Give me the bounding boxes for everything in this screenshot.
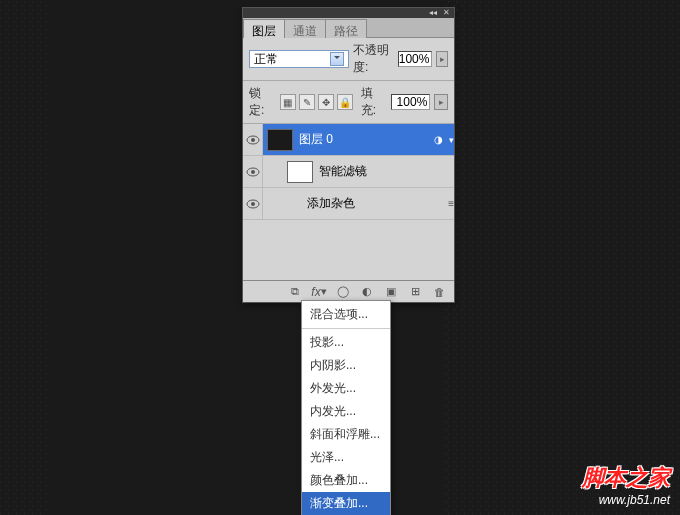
watermark: 脚本之家 www.jb51.net bbox=[582, 463, 670, 507]
layer-body[interactable]: 智能滤镜 bbox=[263, 156, 454, 187]
visibility-toggle[interactable] bbox=[243, 156, 263, 187]
lock-pixels-icon[interactable]: ✎ bbox=[299, 94, 315, 110]
blend-mode-value: 正常 bbox=[254, 51, 278, 68]
layer-style-fx-icon[interactable]: fx▾ bbox=[310, 284, 328, 300]
expand-icon[interactable]: ▾ bbox=[449, 135, 454, 145]
menu-item-outer-glow[interactable]: 外发光... bbox=[302, 377, 390, 400]
panel-close-icon[interactable]: ✕ bbox=[443, 9, 450, 17]
watermark-url: www.jb51.net bbox=[582, 493, 670, 507]
filter-mask-thumbnail[interactable] bbox=[287, 161, 313, 183]
new-group-icon[interactable]: ▣ bbox=[382, 284, 400, 300]
menu-item-color-overlay[interactable]: 颜色叠加... bbox=[302, 469, 390, 492]
delete-layer-icon[interactable]: 🗑 bbox=[430, 284, 448, 300]
menu-item-bevel-emboss[interactable]: 斜面和浮雕... bbox=[302, 423, 390, 446]
panel-collapse-icon[interactable]: ◂◂ bbox=[429, 9, 437, 17]
menu-item-blending-options[interactable]: 混合选项... bbox=[302, 303, 390, 326]
lock-all-icon[interactable]: 🔒 bbox=[337, 94, 353, 110]
svg-point-1 bbox=[251, 138, 255, 142]
menu-item-inner-glow[interactable]: 内发光... bbox=[302, 400, 390, 423]
visibility-toggle[interactable] bbox=[243, 124, 263, 155]
layer-name[interactable]: 添加杂色 bbox=[307, 195, 442, 212]
opacity-label: 不透明度: bbox=[353, 42, 394, 76]
layer-thumbnail[interactable] bbox=[267, 129, 293, 151]
chevron-down-icon bbox=[330, 52, 344, 66]
menu-item-satin[interactable]: 光泽... bbox=[302, 446, 390, 469]
watermark-title: 脚本之家 bbox=[582, 463, 670, 493]
lock-label: 锁定: bbox=[249, 85, 276, 119]
adjustment-layer-icon[interactable]: ◐ bbox=[358, 284, 376, 300]
layer-style-menu: 混合选项... 投影... 内阴影... 外发光... 内发光... 斜面和浮雕… bbox=[301, 300, 391, 515]
layer-mask-icon[interactable]: ◯ bbox=[334, 284, 352, 300]
menu-item-inner-shadow[interactable]: 内阴影... bbox=[302, 354, 390, 377]
lock-row: 锁定: ▦ ✎ ✥ 🔒 填充: 100% bbox=[243, 81, 454, 124]
menu-item-drop-shadow[interactable]: 投影... bbox=[302, 331, 390, 354]
fill-slider-button[interactable] bbox=[434, 94, 448, 110]
panel-titlebar[interactable]: ◂◂ ✕ bbox=[243, 8, 454, 18]
blend-mode-select[interactable]: 正常 bbox=[249, 50, 349, 68]
blend-row: 正常 不透明度: 100% bbox=[243, 38, 454, 81]
tab-paths[interactable]: 路径 bbox=[325, 19, 367, 38]
svg-point-5 bbox=[251, 202, 255, 206]
smart-object-icon: ◑ bbox=[434, 134, 443, 145]
lock-position-icon[interactable]: ✥ bbox=[318, 94, 334, 110]
layer-name[interactable]: 智能滤镜 bbox=[319, 163, 454, 180]
filter-edit-icon[interactable]: ≡ bbox=[448, 198, 454, 209]
menu-separator bbox=[302, 328, 390, 329]
opacity-slider-button[interactable] bbox=[436, 51, 448, 67]
layer-body[interactable]: 添加杂色 ≡ bbox=[263, 188, 454, 219]
menu-item-gradient-overlay[interactable]: 渐变叠加... bbox=[302, 492, 390, 515]
layer-row[interactable]: 添加杂色 ≡ bbox=[243, 188, 454, 220]
svg-point-3 bbox=[251, 170, 255, 174]
new-layer-icon[interactable]: ⊞ bbox=[406, 284, 424, 300]
layer-row[interactable]: 智能滤镜 bbox=[243, 156, 454, 188]
layer-body[interactable]: 图层 0 ◑ ▾ bbox=[263, 124, 454, 155]
panel-tabs: 图层 通道 路径 bbox=[243, 18, 454, 38]
fill-input[interactable]: 100% bbox=[391, 94, 430, 110]
tab-channels[interactable]: 通道 bbox=[284, 19, 326, 38]
link-layers-icon[interactable]: ⧉ bbox=[286, 284, 304, 300]
layers-list: 图层 0 ◑ ▾ 智能滤镜 添加杂色 ≡ bbox=[243, 124, 454, 294]
layer-row[interactable]: 图层 0 ◑ ▾ bbox=[243, 124, 454, 156]
panel-footer: ⧉ fx▾ ◯ ◐ ▣ ⊞ 🗑 bbox=[243, 280, 454, 302]
lock-icons: ▦ ✎ ✥ 🔒 bbox=[280, 94, 353, 110]
tab-layers[interactable]: 图层 bbox=[243, 19, 285, 38]
layers-panel: ◂◂ ✕ 图层 通道 路径 正常 不透明度: 100% 锁定: ▦ ✎ ✥ 🔒 … bbox=[242, 7, 455, 303]
fill-label: 填充: bbox=[361, 85, 388, 119]
layer-name[interactable]: 图层 0 bbox=[299, 131, 428, 148]
visibility-toggle[interactable] bbox=[243, 188, 263, 219]
opacity-input[interactable]: 100% bbox=[398, 51, 433, 67]
lock-transparency-icon[interactable]: ▦ bbox=[280, 94, 296, 110]
